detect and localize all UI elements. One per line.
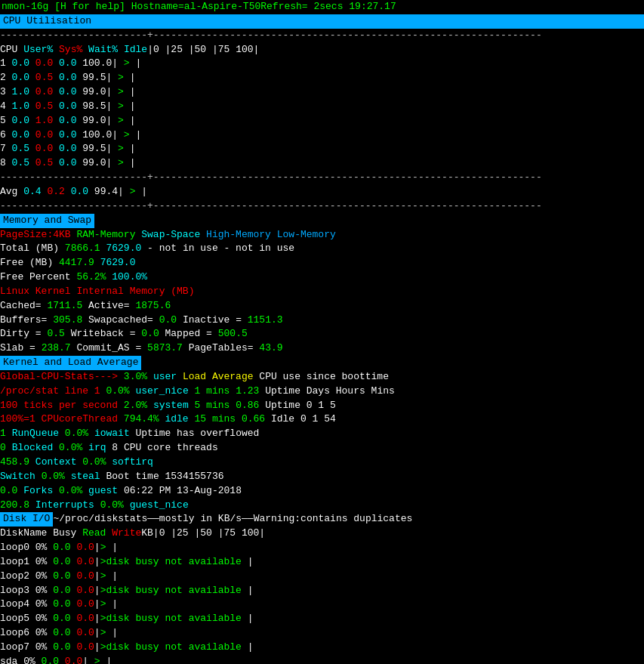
irq-pct: 0.0% — [59, 442, 82, 453]
writeback-val: 0.0 — [141, 328, 159, 339]
switch-label: Switch — [0, 471, 35, 482]
cpu-row-4: 4 1.0 0.5 0.0 98.5| > | — [0, 100, 644, 114]
guest-pct: 0.0% — [59, 485, 82, 496]
interrupts-row: 200.8 Interrupts 0.0% guest_nice — [0, 499, 644, 513]
memory-col-headers: PageSize:4KB RAM-Memory Swap-Space High-… — [0, 228, 644, 242]
active-val: 1875.6 — [135, 300, 171, 311]
dirty-val: 0.5 — [47, 328, 64, 339]
irq-desc: irq — [88, 442, 106, 453]
total-low: - not in use — [224, 242, 295, 254]
kernel-mem-label: Linux Kernel Internal Memory (MB) — [0, 285, 644, 299]
cpu-section-header: CPU Utilisation — [0, 14, 644, 29]
total-high: - not in use — [147, 242, 218, 254]
disk-section-header: Disk I/O ~/proc/diskstats——mostly in KB/… — [0, 512, 644, 527]
guest-nice-desc: guest_nice — [130, 499, 189, 511]
total-ram: 7866.1 — [65, 242, 100, 254]
disk-row-loop0: loop0 0% 0.0 0.0|> | — [0, 541, 644, 555]
uptime-row: Uptime 0 1 5 — [265, 400, 336, 411]
load-avg-label: Load Average — [183, 371, 254, 382]
cpu-avg-row: Avg 0.4 0.2 0.0 99.4| > | — [0, 185, 644, 199]
mins5-val: 0.86 — [236, 400, 259, 411]
ticks-row: 100 ticks per second 2.0% system 5 mins … — [0, 399, 644, 413]
kernel-header-text: Kernel and Load Average — [3, 357, 138, 368]
disk-row-loop1: loop1 0% 0.0 0.0|>disk busy not availabl… — [0, 555, 644, 570]
cpu-core-label: 100%=1 CPUcoreThread — [0, 413, 118, 425]
memory-header-text: Memory and Swap — [3, 215, 91, 226]
pagetables-val: 43.9 — [259, 342, 282, 354]
overflow-msg: Uptime has overflowed — [136, 428, 260, 439]
swapcached-label: Swapcached= — [88, 314, 153, 326]
low-label: Low-Memory — [277, 229, 336, 240]
title-bar: nmon-16g [H for help] Hostname=al-Aspire… — [0, 0, 644, 14]
mins15-val: 0.66 — [242, 413, 265, 425]
screen: nmon-16g [H for help] Hostname=al-Aspire… — [0, 0, 644, 664]
mins1-label: 1 mins — [195, 385, 230, 397]
cpu-row-1: 1 0.0 0.0 0.0 100.0| > | — [0, 57, 644, 71]
disk-row-sda: sda 0% 0.0 0.0| > | — [0, 655, 644, 664]
disk-header-text: Disk I/O — [0, 512, 53, 527]
title-text: nmon-16g [H for help] Hostname=al-Aspire… — [2, 1, 396, 12]
iowait-pct: 0.0% — [65, 428, 88, 439]
cpu-divider-2: -------------------------+--------------… — [0, 171, 644, 185]
blocked-row: 0 Blocked 0.0% irq 8 CPU core threads — [0, 441, 644, 456]
ram-label: RAM-Memory — [76, 229, 135, 240]
disk-subtitle: ~/proc/diskstats——mostly in KB/s——Warnin… — [53, 512, 412, 527]
forks-row: 0.0 Forks 0.0% guest 06:22 PM 13-Aug-201… — [0, 484, 644, 499]
cpu-core-pct: 794.4% — [124, 413, 159, 425]
free-swap: 7629.0 — [100, 257, 136, 268]
kernel-section-header: Kernel and Load Average — [0, 356, 141, 370]
memory-free-row: Free (MB) 4417.9 7629.0 — [0, 256, 644, 270]
mins1-val: 1.23 — [236, 385, 259, 397]
slab-val: 238.7 — [42, 342, 71, 354]
guest-nice-pct: 0.0% — [100, 499, 124, 511]
free-pct-ram: 56.2% — [76, 271, 106, 283]
disk-row-loop2: loop2 0% 0.0 0.0|> | — [0, 570, 644, 584]
cached-active-row: Cached= 1711.5 Active= 1875.6 — [0, 299, 644, 313]
runqueue-num: 1 — [0, 428, 6, 439]
disk-row-loop7: loop7 0% 0.0 0.0|>disk busy not availabl… — [0, 641, 644, 655]
cpu-row-5: 5 0.0 1.0 0.0 99.0| > | — [0, 114, 644, 128]
swapcached-val: 0.0 — [159, 314, 177, 326]
memory-section-header: Memory and Swap — [0, 214, 94, 228]
mins5-label: 5 mins — [195, 400, 230, 411]
boot-date: 06:22 PM 13-Aug-2018 — [124, 485, 242, 496]
swap-label: Swap-Space — [141, 229, 200, 240]
forks-label: Forks — [23, 485, 53, 496]
dirty-label: Dirty = — [0, 328, 42, 339]
disk-row-loop4: loop4 0% 0.0 0.0|> | — [0, 598, 644, 612]
blocked-num: 0 — [0, 442, 6, 453]
runqueue-row: 1 RunQueue 0.0% iowait Uptime has overfl… — [0, 427, 644, 441]
active-label: Active= — [88, 300, 130, 311]
disk-row-loop6: loop6 0% 0.0 0.0|> | — [0, 626, 644, 641]
cpu-row-8: 8 0.5 0.5 0.0 99.0| > | — [0, 156, 644, 171]
runqueue-label: RunQueue — [12, 428, 59, 439]
cpu-divider-3: -------------------------+--------------… — [0, 199, 644, 214]
uptime-label: Uptime Days Hours Mins — [265, 385, 395, 397]
pagetables-label: PageTables= — [189, 342, 254, 354]
blocked-label: Blocked — [12, 442, 54, 453]
switch-row: Switch 0.0% steal Boot time 1534155736 — [0, 470, 644, 484]
ticks-pct: 2.0% — [124, 400, 147, 411]
writeback-label: Writeback = — [71, 328, 136, 339]
guest-desc: guest — [88, 485, 118, 496]
cpu-col-headers: CPU User% Sys% Wait% Idle|0 |25 |50 |75 … — [0, 43, 644, 57]
mapped-val: 500.5 — [218, 328, 248, 339]
cpu-row-2: 2 0.0 0.5 0.0 99.5| > | — [0, 71, 644, 85]
dirty-row: Dirty = 0.5 Writeback = 0.0 Mapped = 500… — [0, 327, 644, 341]
proc-pct: 0.0% — [106, 385, 129, 397]
context-label: Context — [35, 456, 77, 468]
steal-pct: 0.0% — [42, 471, 65, 482]
boot-time: Boot time 1534155736 — [106, 471, 223, 482]
softirq-pct: 0.0% — [82, 456, 106, 468]
high-label: High-Memory — [206, 229, 271, 240]
cpu-row-3: 3 1.0 0.0 0.0 99.0| > | — [0, 85, 644, 100]
cached-label: Cached= — [0, 300, 42, 311]
memory-total-row: Total (MB) 7866.1 7629.0 - not in use - … — [0, 242, 644, 256]
softirq-desc: softirq — [112, 456, 153, 468]
global-pct: 3.0% — [124, 371, 147, 382]
cpu-core-row: 100%=1 CPUcoreThread 794.4% idle 15 mins… — [0, 412, 644, 427]
context-row: 458.9 Context 0.0% softirq — [0, 456, 644, 470]
inactive-label: Inactive = — [183, 314, 242, 326]
mapped-label: Mapped = — [165, 328, 212, 339]
global-cpu-row: Global-CPU-Stats---> 3.0% user Load Aver… — [0, 370, 644, 385]
